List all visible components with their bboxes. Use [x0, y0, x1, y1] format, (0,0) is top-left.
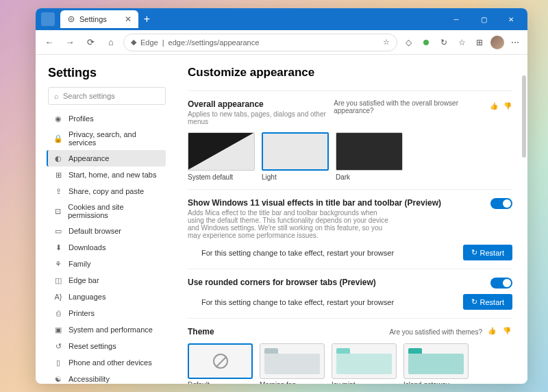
favorite-icon[interactable]: ☆ [383, 38, 390, 47]
sidebar-item-label: Appearance [68, 154, 109, 162]
theme-option-icy-mint[interactable]: Icy mint [332, 343, 397, 384]
printer-icon: ⎙ [53, 308, 63, 318]
theme-preview [188, 343, 253, 379]
start-icon: ⊞ [53, 170, 63, 180]
search-icon: ⌕ [54, 92, 59, 100]
status-green-icon[interactable] [419, 36, 433, 49]
theme-preview [332, 343, 397, 379]
sidebar-item-reset-settings[interactable]: ↺Reset settings [48, 338, 166, 354]
reset-icon: ↺ [53, 341, 63, 351]
phone-icon: ▯ [53, 358, 63, 367]
restart-message: For this setting change to take effect, … [201, 298, 394, 306]
sidebar-item-label: Family [68, 260, 90, 268]
scrollbar[interactable] [522, 75, 526, 158]
appearance-option-system-default[interactable]: System default [188, 132, 255, 181]
sidebar-item-printers[interactable]: ⎙Printers [48, 305, 166, 321]
sidebar-item-label: Printers [68, 309, 95, 317]
tab-actions-icon[interactable] [41, 12, 55, 26]
edgebar-icon: ◫ [53, 275, 63, 285]
back-button[interactable]: ← [41, 34, 58, 51]
thumbs-down-icon[interactable]: 👎 [503, 102, 512, 112]
tab-title: Settings [79, 15, 107, 23]
minimize-button[interactable]: ─ [443, 8, 470, 30]
appearance-option-dark[interactable]: Dark [336, 132, 403, 181]
sidebar-item-languages[interactable]: A}Languages [48, 289, 166, 305]
sidebar-item-start-home-and-new-tabs[interactable]: ⊞Start, home, and new tabs [48, 167, 166, 183]
section-desc: Applies to new tabs, pages, dialogs and … [188, 110, 334, 125]
rounded-toggle[interactable] [490, 278, 512, 289]
theme-preview [262, 132, 329, 171]
cookie-icon: ⊡ [53, 206, 62, 216]
page-title: Customize appearance [188, 66, 512, 79]
restart-button[interactable]: ↻Restart [463, 245, 512, 260]
restart-button[interactable]: ↻Restart [463, 294, 512, 310]
sidebar-item-cookies-and-site-permissions[interactable]: ⊡Cookies and site permissions [48, 199, 166, 223]
sidebar-title: Settings [48, 66, 166, 80]
default-icon: ▭ [53, 226, 63, 236]
theme-option-island-getaway[interactable]: Island getaway [403, 343, 469, 384]
sidebar-item-label: Default browser [68, 227, 121, 235]
thumbs-up-icon[interactable]: 👍 [488, 327, 497, 336]
tab-settings[interactable]: Settings ✕ [60, 10, 138, 28]
close-button[interactable]: ✕ [497, 8, 525, 30]
new-tab-button[interactable]: + [144, 13, 150, 25]
theme-label: Light [262, 173, 329, 181]
sidebar-item-label: Phone and other devices [68, 358, 152, 367]
sidebar-item-downloads[interactable]: ⬇Downloads [48, 239, 166, 256]
collections-icon[interactable]: ⊞ [473, 36, 486, 49]
thumbs-down-icon[interactable]: 👎 [503, 327, 512, 336]
sidebar-item-appearance[interactable]: ◐Appearance [47, 150, 166, 167]
sidebar-item-profiles[interactable]: ◉Profiles [48, 110, 166, 127]
shield-icon[interactable]: ◇ [401, 36, 415, 49]
sidebar: Settings ⌕ Search settings ◉Profiles🔒Pri… [36, 55, 173, 384]
theme-label: Island getaway [403, 381, 469, 384]
address-bar[interactable]: ◆ Edge | edge://settings/appearance ☆ [123, 34, 397, 51]
section-title: Theme [188, 327, 214, 336]
sidebar-item-label: Cookies and site permissions [68, 203, 160, 219]
theme-label: System default [188, 173, 255, 181]
forward-button[interactable]: → [62, 34, 78, 51]
svg-point-1 [71, 19, 73, 21]
theme-preview [260, 343, 325, 379]
feedback-prompt: Are you satisfied with the overall brows… [334, 99, 512, 114]
sidebar-item-default-browser[interactable]: ▭Default browser [48, 223, 166, 239]
appearance-icon: ◐ [53, 154, 63, 163]
main-panel: Customize appearance Overall appearance … [173, 55, 527, 384]
sidebar-item-label: Downloads [68, 243, 105, 252]
appearance-option-light[interactable]: Light [262, 132, 329, 181]
mica-toggle[interactable] [490, 198, 512, 209]
sidebar-item-accessibility[interactable]: ☯Accessibility [48, 371, 166, 384]
close-tab-icon[interactable]: ✕ [125, 14, 132, 24]
section-title: Show Windows 11 visual effects in title … [188, 198, 441, 208]
maximize-button[interactable]: ▢ [470, 8, 497, 30]
profile-avatar[interactable] [490, 36, 504, 49]
download-icon: ⬇ [53, 243, 63, 252]
gear-icon [67, 15, 75, 23]
home-button[interactable]: ⌂ [103, 34, 119, 51]
sidebar-item-family[interactable]: ⚘Family [48, 256, 166, 272]
theme-option-default[interactable]: Default [188, 343, 253, 384]
section-desc: Adds Mica effect to the title bar and to… [188, 209, 393, 239]
menu-icon[interactable]: ⋯ [508, 36, 522, 49]
refresh-button[interactable]: ⟳ [82, 34, 99, 51]
theme-preview [403, 343, 469, 379]
sidebar-item-label: Share, copy and paste [68, 187, 144, 195]
sidebar-item-edge-bar[interactable]: ◫Edge bar [48, 272, 166, 289]
sidebar-item-privacy-search-and-services[interactable]: 🔒Privacy, search, and services [48, 127, 166, 150]
theme-option-morning-fog[interactable]: Morning fog [260, 343, 325, 384]
section-overall-appearance: Overall appearance Applies to new tabs, … [188, 90, 512, 189]
extension-icon[interactable]: ↻ [437, 36, 451, 49]
restart-message: For this setting change to take effect, … [201, 249, 394, 257]
section-title: Overall appearance [188, 99, 334, 109]
sidebar-item-label: Start, home, and new tabs [68, 171, 156, 179]
theme-label: Default [188, 381, 253, 384]
section-title: Use rounded corners for browser tabs (Pr… [188, 278, 376, 287]
none-icon [213, 354, 228, 369]
thumbs-up-icon[interactable]: 👍 [490, 102, 499, 112]
sidebar-item-phone-and-other-devices[interactable]: ▯Phone and other devices [48, 354, 166, 371]
browser-window: Settings ✕ + ─ ▢ ✕ ← → ⟳ ⌂ ◆ Edge | edge… [36, 8, 527, 384]
search-input[interactable]: ⌕ Search settings [48, 87, 166, 105]
sidebar-item-share-copy-and-paste[interactable]: ⇪Share, copy and paste [48, 183, 166, 199]
favorites-icon[interactable]: ☆ [455, 36, 469, 49]
sidebar-item-system-and-performance[interactable]: ▣System and performance [48, 321, 166, 338]
